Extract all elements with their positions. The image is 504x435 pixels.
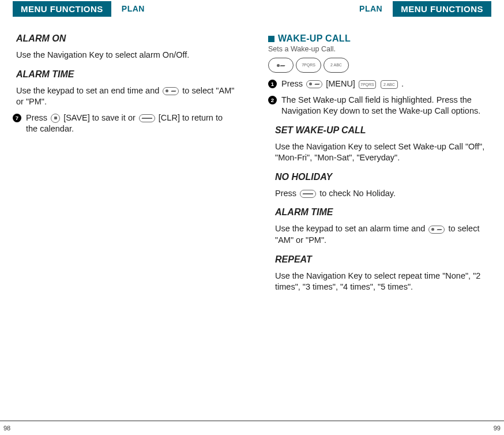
text-alarm-time-r: Use the keypad to set an alarm time and … <box>272 223 491 246</box>
tab-menu-functions: MENU FUNCTIONS <box>13 1 111 17</box>
heading-repeat: REPEAT <box>272 254 491 265</box>
subsections: SET WAKE-UP CALL Use the Navigation Key … <box>268 125 491 293</box>
heading-alarm-on: ALARM ON <box>13 33 236 44</box>
page-number-99: 99 <box>494 425 501 432</box>
subtitle-wakeup: Sets a Wake-up Call. <box>268 45 491 53</box>
alarmtime-pre: Use the keypad to set an alarm time and <box>275 224 427 233</box>
soft-key-right-icon <box>300 190 316 198</box>
step-2: 2 The Set Wake-up Call field is highligh… <box>268 95 491 117</box>
key-graphic-7: 7PQRS <box>296 58 321 73</box>
key-graphic-2: 2 ABC <box>324 58 349 73</box>
header-left: MENU FUNCTIONS PLAN <box>13 0 236 17</box>
step-2-text: The Set Wake-up Call field is highlighte… <box>281 95 491 117</box>
soft-key-left-icon <box>163 87 179 95</box>
text-repeat: Use the Navigation Key to select repeat … <box>272 271 491 293</box>
key-sequence-graphic: 7PQRS 2 ABC <box>268 58 491 73</box>
key-2-icon: 2 ABC <box>381 80 398 89</box>
noholiday-post: to check No Holiday. <box>319 189 396 198</box>
page-98: MENU FUNCTIONS PLAN ALARM ON Use the Nav… <box>0 0 252 435</box>
nav-key-icon <box>51 114 60 123</box>
text-alarm-on: Use the Navigation Key to select alarm O… <box>13 50 236 61</box>
title-wakeup: WAKE-UP CALL <box>278 33 351 44</box>
step-bullet-1: 1 <box>268 80 277 88</box>
tab-plan-right: PLAN <box>349 4 393 13</box>
soft-key-left-icon <box>274 62 287 68</box>
step-1: 1 Press [MENU] 7PQRS 2 ABC . <box>268 78 491 90</box>
step-7: 7 Press [SAVE] to save it or [CLR] to re… <box>13 112 236 135</box>
text-no-holiday: Press to check No Holiday. <box>272 188 491 200</box>
square-bullet-icon <box>268 36 274 42</box>
heading-set-wakeup: SET WAKE-UP CALL <box>272 125 491 136</box>
soft-key-left-icon <box>306 80 322 88</box>
footer-rule <box>0 421 252 421</box>
step-7-text: Press [SAVE] to save it or [CLR] to retu… <box>26 112 236 135</box>
tab-menu-functions-right: MENU FUNCTIONS <box>393 1 491 17</box>
step1-mid: [MENU] <box>326 79 358 88</box>
key-graphic-softleft <box>268 58 294 73</box>
heading-alarm-time-r: ALARM TIME <box>272 207 491 217</box>
heading-no-holiday: NO HOLIDAY <box>272 172 491 182</box>
footer-rule-right <box>252 421 504 421</box>
step1-post: . <box>401 79 404 88</box>
soft-key-right-icon <box>139 114 155 122</box>
step7-pre: Press <box>26 113 50 122</box>
page-number-98: 98 <box>3 425 10 432</box>
page-99: PLAN MENU FUNCTIONS WAKE-UP CALL Sets a … <box>252 0 504 435</box>
text-set-wakeup: Use the Navigation Key to select Set Wak… <box>272 141 491 164</box>
step1-pre: Press <box>281 79 305 88</box>
key-7-icon: 7PQRS <box>300 61 317 70</box>
section-title-wakeup: WAKE-UP CALL <box>268 33 491 44</box>
key-7-icon: 7PQRS <box>359 80 376 89</box>
header-right: PLAN MENU FUNCTIONS <box>268 0 491 17</box>
step7-mid1: [SAVE] to save it or <box>63 113 138 122</box>
step-bullet-2: 2 <box>268 96 277 104</box>
noholiday-pre: Press <box>275 189 299 198</box>
text-alarm-time-pre: Use the keypad to set an end time and <box>16 86 161 95</box>
step-bullet-7: 7 <box>13 114 21 122</box>
text-alarm-time: Use the keypad to set an end time and to… <box>13 85 236 108</box>
soft-key-left-icon <box>428 226 445 234</box>
key-2-icon: 2 ABC <box>328 61 345 70</box>
tab-plan: PLAN <box>111 4 155 13</box>
step-1-text: Press [MENU] 7PQRS 2 ABC . <box>281 78 491 90</box>
heading-alarm-time: ALARM TIME <box>13 69 236 80</box>
